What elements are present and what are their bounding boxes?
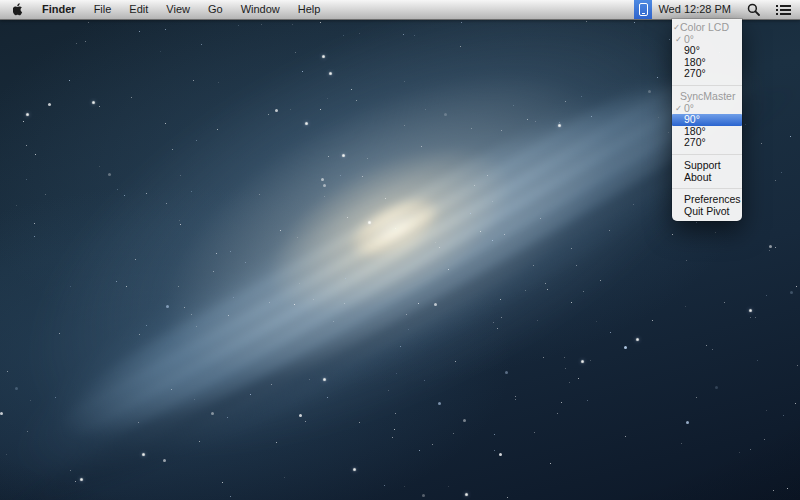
pivot-menu-item-180-[interactable]: 180°: [672, 126, 742, 138]
display-rotation-icon: [639, 3, 648, 16]
apple-menu[interactable]: [10, 0, 33, 19]
menu-view[interactable]: View: [157, 0, 199, 19]
menu-bar: FinderFileEditViewGoWindowHelp Wed 12:28…: [0, 0, 800, 20]
pivot-menu-item-color-lcd: ✓Color LCD: [672, 22, 742, 34]
pivot-menu-item-180-[interactable]: 180°: [672, 57, 742, 69]
pivot-menu: ✓Color LCD✓0°90°180°270°SyncMaster✓0°90°…: [672, 19, 742, 221]
menu-window[interactable]: Window: [232, 0, 289, 19]
menu-bar-clock[interactable]: Wed 12:28 PM: [652, 0, 739, 19]
checkmark-icon: ✓: [675, 103, 684, 115]
pivot-menu-item-90-[interactable]: 90°: [672, 114, 742, 126]
menu-bar-status-area: Wed 12:28 PM: [634, 0, 800, 19]
menu-edit[interactable]: Edit: [120, 0, 157, 19]
pivot-menu-item-quit-pivot[interactable]: Quit Pivot: [672, 206, 742, 218]
menu-go[interactable]: Go: [199, 0, 232, 19]
spotlight-button[interactable]: [739, 0, 768, 19]
checkmark-icon: ✓: [675, 34, 684, 46]
menu-separator: [672, 188, 742, 189]
menu-separator: [672, 85, 742, 86]
apple-logo-icon: [13, 3, 24, 16]
pivot-menu-item-90-[interactable]: 90°: [672, 45, 742, 57]
notification-center-button[interactable]: [768, 0, 800, 19]
pivot-menu-item-270-[interactable]: 270°: [672, 137, 742, 149]
menu-help[interactable]: Help: [289, 0, 330, 19]
pivot-menu-item-about[interactable]: About: [672, 172, 742, 184]
notification-list-icon: [776, 4, 791, 15]
pivot-menu-extra[interactable]: [634, 0, 652, 19]
menu-bar-menus: FinderFileEditViewGoWindowHelp: [0, 0, 329, 19]
menu-separator: [672, 154, 742, 155]
menu-finder[interactable]: Finder: [33, 0, 85, 19]
search-icon: [747, 3, 760, 16]
pivot-menu-item-syncmaster: SyncMaster: [672, 91, 742, 103]
pivot-menu-item-0-: ✓0°: [672, 103, 742, 115]
pivot-menu-item-270-[interactable]: 270°: [672, 68, 742, 80]
checkmark-icon: ✓: [673, 22, 682, 34]
pivot-menu-item-0-: ✓0°: [672, 34, 742, 46]
menu-file[interactable]: File: [85, 0, 121, 19]
